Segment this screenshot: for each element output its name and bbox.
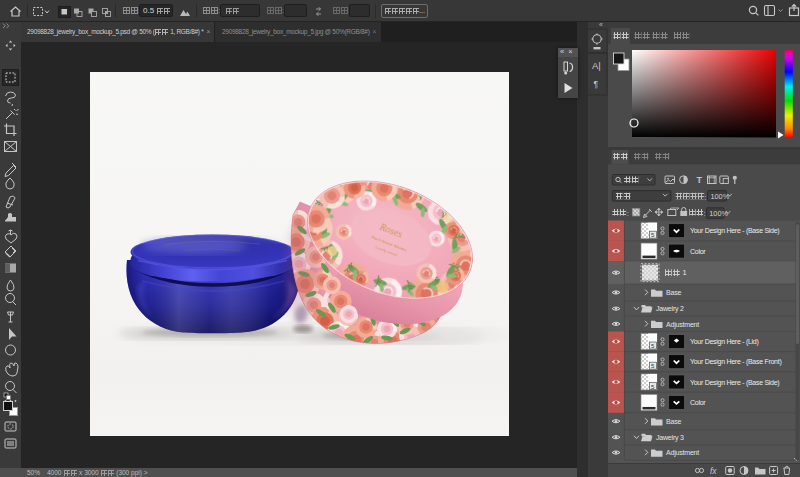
svg-text::: : (627, 209, 629, 218)
svg-text:fx: fx (710, 466, 717, 476)
svg-text:«: « (599, 22, 603, 28)
svg-text:Your Design Here - (Base Front: Your Design Here - (Base Front) (690, 358, 781, 366)
svg-text:1: 1 (683, 268, 687, 277)
svg-text:Adjustment: Adjustment (666, 449, 699, 457)
svg-text:¶: ¶ (594, 79, 599, 89)
svg-text:Jawelry 3: Jawelry 3 (656, 434, 684, 442)
svg-text:Your Design Here - (Base Side): Your Design Here - (Base Side) (690, 227, 779, 235)
svg-text:Your Design Here - (Base Side): Your Design Here - (Base Side) (690, 379, 779, 387)
svg-text::: : (703, 209, 705, 218)
svg-text:Color: Color (690, 399, 706, 406)
svg-text:Base: Base (666, 418, 681, 425)
svg-text:Your Design Here - (Lid): Your Design Here - (Lid) (690, 338, 759, 346)
svg-text:Color: Color (690, 248, 706, 255)
svg-text:100%: 100% (709, 209, 728, 218)
svg-text:Adjustment: Adjustment (666, 321, 699, 329)
svg-text:Base: Base (666, 289, 681, 296)
svg-text:A|: A| (592, 60, 601, 71)
svg-text:100%: 100% (711, 192, 730, 201)
svg-text::: : (704, 193, 706, 202)
svg-text:Jawelry 2: Jawelry 2 (656, 305, 684, 313)
svg-text:T: T (697, 175, 703, 185)
